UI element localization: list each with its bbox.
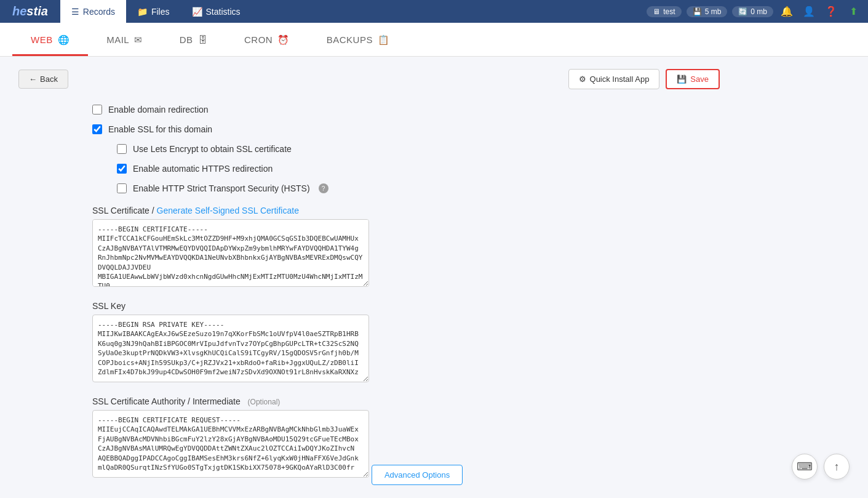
db-tab-icon: 🗄 xyxy=(198,34,208,45)
tab-web[interactable]: WEB 🌐 xyxy=(12,25,88,56)
transfer-badge: 🔄 0 mb xyxy=(732,6,773,17)
toolbar: ← Back ⚙ Quick Install App 💾 Save xyxy=(18,69,720,89)
storage-icon: 💾 xyxy=(693,7,702,16)
tab-bar: WEB 🌐 MAIL ✉ DB 🗄 CRON ⏰ BACKUPS 📋 xyxy=(0,23,868,57)
auto-https-checkbox[interactable] xyxy=(117,164,127,174)
mail-tab-label: MAIL xyxy=(106,34,129,45)
server-icon: 🖥 xyxy=(653,7,660,16)
nav-links: ☰ Records 📁 Files 📈 Statistics xyxy=(60,0,647,23)
cron-tab-icon: ⏰ xyxy=(277,34,290,46)
server-badge: 🖥 test xyxy=(647,6,681,17)
generate-ssl-link[interactable]: Generate Self-Signed SSL Certificate xyxy=(157,206,299,215)
ssl-key-field-label: SSL Key xyxy=(92,301,646,311)
enable-redirect-label[interactable]: Enable domain redirection xyxy=(108,105,209,114)
nav-files[interactable]: 📁 Files xyxy=(126,0,181,23)
save-button[interactable]: 💾 Save xyxy=(666,69,720,89)
tab-mail[interactable]: MAIL ✉ xyxy=(88,25,161,56)
ssl-cert-field-label: SSL Certificate / Generate Self-Signed S… xyxy=(92,206,646,215)
brand-logo: hestia xyxy=(6,4,54,18)
save-icon: 💾 xyxy=(677,74,687,84)
keyboard-icon: ⌨ xyxy=(797,460,813,473)
ssl-sub-options: Use Lets Encrypt to obtain SSL certifica… xyxy=(117,144,646,193)
hsts-checkbox[interactable] xyxy=(117,183,127,193)
bottom-right-controls: ⌨ ↑ xyxy=(792,454,850,480)
tab-backups[interactable]: BACKUPS 📋 xyxy=(308,25,408,56)
nav-statistics[interactable]: 📈 Statistics xyxy=(181,0,252,23)
back-arrow-icon: ← xyxy=(29,74,37,84)
transfer-icon: 🔄 xyxy=(738,7,747,16)
backups-tab-label: BACKUPS xyxy=(327,34,373,45)
scroll-up-icon: ↑ xyxy=(834,460,840,473)
records-icon: ☰ xyxy=(71,7,79,17)
auto-https-label[interactable]: Enable automatic HTTPS redirection xyxy=(133,164,273,174)
nav-records[interactable]: ☰ Records xyxy=(60,0,126,23)
storage-badge: 💾 5 mb xyxy=(687,6,728,17)
mail-tab-icon: ✉ xyxy=(134,34,143,46)
ssl-ca-field-label: SSL Certificate Authority / Intermediate… xyxy=(92,396,646,406)
auto-https-row: Enable automatic HTTPS redirection xyxy=(117,164,646,174)
help-icon[interactable]: ❓ xyxy=(822,3,840,20)
content-area: ← Back ⚙ Quick Install App 💾 Save Enable… xyxy=(0,57,738,497)
hsts-help-icon[interactable]: ? xyxy=(319,183,328,193)
keyboard-button[interactable]: ⌨ xyxy=(792,454,818,480)
ssl-ca-optional: (Optional) xyxy=(248,398,281,406)
web-tab-icon: 🌐 xyxy=(58,34,70,46)
enable-ssl-checkbox[interactable] xyxy=(92,124,102,134)
lets-encrypt-checkbox[interactable] xyxy=(117,144,127,154)
advanced-options-button[interactable]: Advanced Options xyxy=(372,465,463,485)
ssl-ca-textarea[interactable] xyxy=(92,410,369,478)
enable-ssl-label[interactable]: Enable SSL for this domain xyxy=(108,124,212,134)
notification-icon[interactable]: 🔔 xyxy=(778,3,795,20)
backups-tab-icon: 📋 xyxy=(378,34,390,46)
db-tab-label: DB xyxy=(180,34,193,45)
web-tab-label: WEB xyxy=(31,34,53,45)
files-icon: 📁 xyxy=(137,7,148,17)
tab-db[interactable]: DB 🗄 xyxy=(161,25,226,56)
domain-redirect-row: Enable domain redirection xyxy=(92,105,646,114)
ssl-key-textarea[interactable] xyxy=(92,315,369,382)
cron-tab-label: CRON xyxy=(244,34,273,45)
lets-encrypt-label[interactable]: Use Lets Encrypt to obtain SSL certifica… xyxy=(133,144,292,154)
quick-install-icon: ⚙ xyxy=(579,74,586,84)
form-section: Enable domain redirection Enable SSL for… xyxy=(18,105,720,485)
quick-install-button[interactable]: ⚙ Quick Install App xyxy=(568,69,660,89)
lets-encrypt-row: Use Lets Encrypt to obtain SSL certifica… xyxy=(117,144,646,154)
hsts-row: Enable HTTP Strict Transport Security (H… xyxy=(117,183,646,193)
top-navbar: hestia ☰ Records 📁 Files 📈 Statistics 🖥 … xyxy=(0,0,868,23)
tab-cron[interactable]: CRON ⏰ xyxy=(226,25,308,56)
upgrade-icon[interactable]: ⬆ xyxy=(845,3,862,20)
toolbar-right: ⚙ Quick Install App 💾 Save xyxy=(568,69,720,89)
ssl-cert-textarea[interactable] xyxy=(92,219,369,287)
hsts-label[interactable]: Enable HTTP Strict Transport Security (H… xyxy=(133,183,310,193)
back-button[interactable]: ← Back xyxy=(18,70,68,89)
user-icon[interactable]: 👤 xyxy=(800,3,818,20)
statistics-icon: 📈 xyxy=(192,7,202,17)
enable-redirect-checkbox[interactable] xyxy=(92,105,102,114)
navbar-right: 🖥 test 💾 5 mb 🔄 0 mb 🔔 👤 ❓ ⬆ xyxy=(647,3,862,20)
enable-ssl-row: Enable SSL for this domain xyxy=(92,124,646,134)
scroll-up-button[interactable]: ↑ xyxy=(824,454,850,480)
